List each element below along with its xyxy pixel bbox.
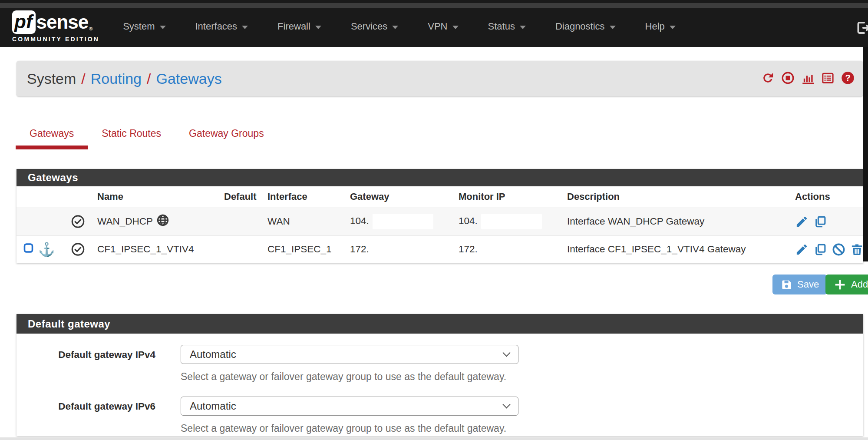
- table-row-wan-dhcp: WAN_DHCP WAN 104.: [17, 208, 863, 235]
- gateways-panel-title: Gateways: [17, 169, 863, 186]
- default-gateway-panel: Default gateway Default gateway IPv4 Aut…: [17, 314, 863, 436]
- chevron-down-icon: [670, 26, 676, 29]
- breadcrumb-routing-link[interactable]: Routing: [91, 70, 142, 87]
- redacted-value: [373, 214, 433, 229]
- monitor-ip: 104.: [459, 215, 478, 226]
- gateway-name: WAN_DHCP: [97, 216, 153, 227]
- window-bottom-edge: [0, 437, 868, 440]
- tab-static-routes[interactable]: Static Routes: [88, 121, 175, 149]
- breadcrumb-separator: /: [81, 70, 85, 87]
- default-gateway-ipv4-select[interactable]: Automatic: [181, 345, 518, 364]
- chevron-down-icon: [242, 26, 248, 29]
- tab-gateways[interactable]: Gateways: [16, 121, 88, 149]
- nav-interfaces[interactable]: Interfaces: [181, 21, 263, 32]
- gateway-name: CF1_IPSEC_1_VTIV4: [90, 235, 217, 263]
- gateway-default: [217, 208, 261, 235]
- gateway-interface: WAN: [261, 208, 343, 235]
- log-icon[interactable]: [821, 71, 835, 85]
- gateway-interface: CF1_IPSEC_1: [261, 235, 343, 263]
- globe-icon: [156, 214, 169, 229]
- chevron-down-icon: [392, 26, 398, 29]
- chevron-down-icon: [520, 26, 526, 29]
- nav-system[interactable]: System: [108, 21, 180, 32]
- plus-icon: [834, 278, 846, 291]
- help-icon[interactable]: ?: [841, 71, 855, 85]
- default-gateway-ipv4-help: Select a gateway or failover gateway gro…: [181, 371, 518, 383]
- logo-sense: sense: [36, 11, 89, 33]
- stop-icon[interactable]: [781, 71, 795, 85]
- top-navbar: pf sense ® COMMUNITY EDITION System Inte…: [0, 0, 868, 47]
- nav-diagnostics[interactable]: Diagnostics: [541, 21, 630, 32]
- default-gateway-ipv4-label: Default gateway IPv4: [17, 345, 155, 385]
- anchor-icon[interactable]: ⚓: [38, 243, 55, 256]
- col-actions: Actions: [788, 186, 863, 208]
- monitor-ip: 172.: [452, 235, 560, 263]
- square-icon[interactable]: [23, 242, 34, 257]
- logo-pf: pf: [12, 10, 36, 34]
- copy-icon[interactable]: [813, 243, 827, 256]
- col-interface: Interface: [261, 186, 343, 208]
- chevron-down-icon: [502, 349, 510, 357]
- refresh-icon[interactable]: [761, 71, 775, 85]
- default-gateway-ipv6-row: Default gateway IPv6 Automatic Select a …: [17, 385, 863, 436]
- logout-icon[interactable]: [855, 20, 868, 36]
- gateway-enabled-icon: [71, 215, 85, 229]
- main-menu: System Interfaces Firewall Services VPN …: [108, 21, 690, 32]
- svg-text:?: ?: [845, 73, 850, 83]
- gateways-table: Name Default Interface Gateway Monitor I…: [17, 186, 863, 263]
- nav-vpn[interactable]: VPN: [413, 21, 473, 32]
- col-gateway: Gateway: [343, 186, 452, 208]
- delete-icon[interactable]: [850, 243, 864, 256]
- add-button[interactable]: Add: [825, 275, 868, 294]
- chevron-down-icon: [610, 26, 616, 29]
- copy-icon[interactable]: [813, 215, 827, 228]
- chart-icon[interactable]: [801, 71, 815, 85]
- default-gateway-ipv6-help: Select a gateway or failover gateway gro…: [181, 423, 518, 434]
- scrollbar-thumb[interactable]: [863, 47, 868, 261]
- registered-mark: ®: [89, 26, 92, 31]
- chevron-down-icon: [160, 26, 166, 29]
- tab-gateway-groups[interactable]: Gateway Groups: [175, 121, 278, 149]
- col-description: Description: [560, 186, 788, 208]
- gateways-panel: Gateways Name Default Interface Gateway …: [17, 169, 863, 263]
- default-gateway-ipv6-select[interactable]: Automatic: [181, 397, 518, 416]
- table-row-cf1-ipsec: ⚓ CF1_IPSEC_1_VTIV4 CF1_IPSEC_1 172.: [17, 235, 863, 263]
- chevron-down-icon: [315, 26, 321, 29]
- nav-firewall[interactable]: Firewall: [263, 21, 336, 32]
- nav-services[interactable]: Services: [336, 21, 413, 32]
- default-gateway-panel-title: Default gateway: [17, 314, 863, 334]
- save-button[interactable]: Save: [772, 275, 827, 294]
- pfsense-gateways-page: pf sense ® COMMUNITY EDITION System Inte…: [0, 0, 868, 440]
- col-status: [17, 186, 90, 208]
- logo-edition: COMMUNITY EDITION: [12, 36, 99, 43]
- table-buttons-row: Save Add: [0, 275, 868, 294]
- default-gateway-ipv4-row: Default gateway IPv4 Automatic Select a …: [17, 334, 863, 385]
- gateway-default: [217, 235, 261, 263]
- default-gateway-ipv6-label: Default gateway IPv6: [17, 397, 155, 436]
- pfsense-logo[interactable]: pf sense ® COMMUNITY EDITION: [12, 10, 99, 43]
- edit-icon[interactable]: [795, 215, 809, 228]
- edit-icon[interactable]: [795, 243, 809, 256]
- col-name: Name: [90, 186, 217, 208]
- gateway-address: 104.: [350, 215, 369, 226]
- col-monitor-ip: Monitor IP: [452, 186, 560, 208]
- nav-status[interactable]: Status: [473, 21, 541, 32]
- chevron-down-icon: [502, 400, 510, 408]
- gateway-description: Interface CF1_IPSEC_1_VTIV4 Gateway: [560, 235, 788, 263]
- breadcrumb-system: System: [27, 70, 76, 87]
- routing-tabs: Gateways Static Routes Gateway Groups: [16, 121, 868, 149]
- breadcrumb: System / Routing / Gateways: [27, 70, 222, 87]
- chevron-down-icon: [452, 26, 459, 29]
- breadcrumb-gateways-link[interactable]: Gateways: [156, 70, 221, 87]
- breadcrumb-bar: System / Routing / Gateways: [17, 61, 863, 96]
- redacted-value: [481, 214, 542, 229]
- disable-icon[interactable]: [832, 243, 845, 256]
- breadcrumb-separator: /: [147, 70, 151, 87]
- gateway-description: Interface WAN_DHCP Gateway: [560, 208, 788, 235]
- col-default: Default: [217, 186, 261, 208]
- gateway-enabled-icon: [71, 242, 85, 257]
- gateway-address: 172.: [343, 235, 452, 263]
- table-header-row: Name Default Interface Gateway Monitor I…: [17, 186, 863, 208]
- page-action-icons: ?: [761, 71, 855, 85]
- nav-help[interactable]: Help: [630, 21, 690, 32]
